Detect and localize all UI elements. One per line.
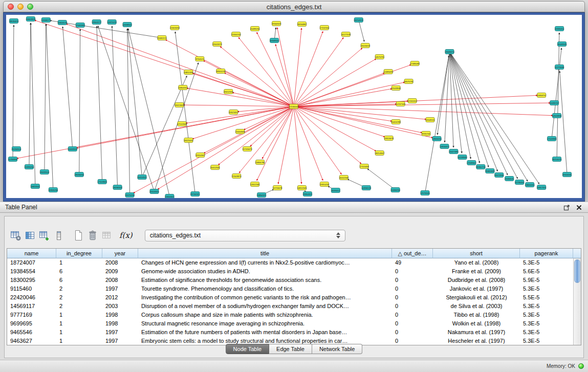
graph-node[interactable]: 9245012 [331,188,340,193]
graph-edge[interactable] [257,32,294,106]
graph-edge[interactable] [45,24,46,172]
window-titlebar[interactable]: citations_edges.txt [3,1,585,12]
graph-node[interactable]: 18236524 [113,185,122,190]
graph-edge[interactable] [31,23,35,186]
graph-edge[interactable] [66,24,294,106]
graph-edge[interactable] [278,106,294,184]
table-cell[interactable]: 0 [392,337,433,345]
table-cell[interactable]: Estimation of significance thresholds fo… [138,276,392,285]
graph-node[interactable]: 24854321 [257,193,267,198]
graph-edge[interactable] [34,20,294,106]
table-cell[interactable]: 1 [56,319,102,328]
graph-node[interactable]: 20523457 [229,110,238,115]
graph-node[interactable]: 14638522 [122,23,132,27]
table-cell[interactable]: 9777169 [7,311,56,319]
network-graph-svg[interactable]: 1724004110747345115439461248509314575791… [6,15,582,198]
graph-node[interactable]: 15549111 [426,118,435,122]
table-cell[interactable]: 14569117 [7,302,56,311]
zoom-button[interactable] [27,4,33,10]
graph-node[interactable]: 21556743 [231,32,241,37]
graph-edge[interactable] [112,26,118,187]
graph-node[interactable]: 14503858 [552,114,562,118]
minimize-button[interactable] [17,4,24,10]
graph-node[interactable]: 22641873 [212,42,222,47]
graph-edge[interactable] [449,52,539,184]
table-row[interactable]: 911546021997Tourette syndrome. Phenomeno… [7,285,573,293]
table-cell[interactable]: 0 [392,293,433,302]
graph-edge[interactable] [127,29,142,177]
table-row[interactable]: 969969511998Structural magnetic resonanc… [7,319,573,328]
table-cell[interactable]: 5.5E-5 [520,293,573,302]
graph-node[interactable]: 13493747 [550,101,559,105]
table-cell[interactable]: 5.3E-5 [520,319,573,328]
table-cell[interactable]: 5.3E-5 [520,328,573,337]
table-cell[interactable]: 0 [392,302,433,311]
table-cell[interactable]: 0 [392,328,433,337]
table-select-dropdown[interactable]: citations_edges.txt [145,230,345,242]
table-row[interactable]: 1938455462009Genome-wide association stu… [7,267,573,276]
table-cell[interactable]: Nakamura et al. (1997) [433,328,520,337]
graph-node[interactable]: 13916374 [440,144,449,149]
table-cell[interactable]: 5.9E-5 [520,276,573,285]
graph-node[interactable]: 17485083 [410,61,420,66]
graph-node[interactable]: 17112345 [177,122,187,126]
table-cell[interactable]: Wolkin et al. (1998) [433,319,520,328]
table-row[interactable]: 977716911998Corpus callosum shape and si… [7,311,573,319]
graph-node[interactable]: 16949510 [270,38,279,43]
table-cell[interactable]: 5.6E-5 [520,267,573,276]
table-cell[interactable]: Structural magnetic resonance image aver… [138,319,392,328]
table-cell[interactable]: Stergiakouli et al. (2012) [433,293,520,302]
graph-edge[interactable] [220,47,294,106]
graph-node[interactable]: 17249607 [467,161,476,165]
graph-node[interactable]: 16138596 [458,155,467,160]
tab-network-table[interactable]: Network Table [312,344,363,354]
graph-node[interactable]: 18575791 [404,79,413,84]
import-table-icon[interactable] [100,228,114,243]
column-header-pagerank[interactable]: pagerank [520,249,573,258]
table-cell[interactable]: 0 [392,311,433,319]
table-cell[interactable]: Yano et al. (2008) [433,258,520,267]
graph-node[interactable]: 12058277 [41,18,51,23]
table-cell[interactable]: 1 [56,258,102,267]
table-cell[interactable]: 9115460 [7,285,56,293]
table-cell[interactable]: 5.3E-5 [520,302,573,311]
table-cell[interactable]: 2 [56,285,102,293]
graph-node[interactable]: 20572930 [494,173,504,178]
table-cell[interactable]: 18724007 [7,258,56,267]
graph-edge[interactable] [294,106,301,184]
table-cell[interactable]: 1997 [102,328,138,337]
graph-node[interactable]: 15824129 [57,20,67,25]
graph-node[interactable]: 18630424 [9,19,19,24]
graph-edge[interactable] [294,37,343,106]
tab-node-table[interactable]: Node Table [226,344,269,354]
graph-edge[interactable] [277,28,294,106]
graph-node[interactable]: 23806263 [525,183,535,187]
table-cell[interactable]: 18300295 [7,276,56,285]
graph-edge[interactable] [154,63,198,191]
table-cell[interactable]: 1997 [102,337,138,345]
graph-edge[interactable] [238,37,294,106]
table-cell[interactable]: Franke et al. (2009) [433,267,520,276]
scrollbar-thumb[interactable] [574,259,580,283]
graph-node[interactable]: 15395234 [25,165,34,169]
table-cell[interactable]: 6 [56,276,102,285]
table-mode-icon[interactable] [9,228,23,243]
table-cell[interactable]: 5.3E-5 [520,337,573,345]
table-cell[interactable]: Corpus callosum shape and size in male p… [138,311,392,319]
table-panel-header[interactable]: Table Panel [0,202,588,213]
graph-node[interactable]: 21082174 [157,36,167,40]
graph-node[interactable]: 11256840 [8,157,18,162]
graph-edge[interactable] [239,106,294,173]
table-cell[interactable]: 49 [392,258,433,267]
graph-node[interactable]: 23856780 [255,160,265,165]
graph-node[interactable]: 9155744 [422,132,430,136]
graph-node[interactable]: 19314567 [195,153,205,158]
graph-edge[interactable] [17,106,294,159]
table-cell[interactable]: Changes of HCN gene expression and I(f) … [138,258,392,267]
graph-node[interactable]: 15905234 [49,188,58,192]
graph-node[interactable]: 12576345 [420,191,430,195]
graph-node[interactable]: 14575791 [375,55,384,59]
table-cell[interactable]: Jankovic et al. (1997) [433,285,520,293]
table-cell[interactable]: 0 [392,285,433,293]
function-builder-button[interactable]: f(x) [116,231,136,240]
